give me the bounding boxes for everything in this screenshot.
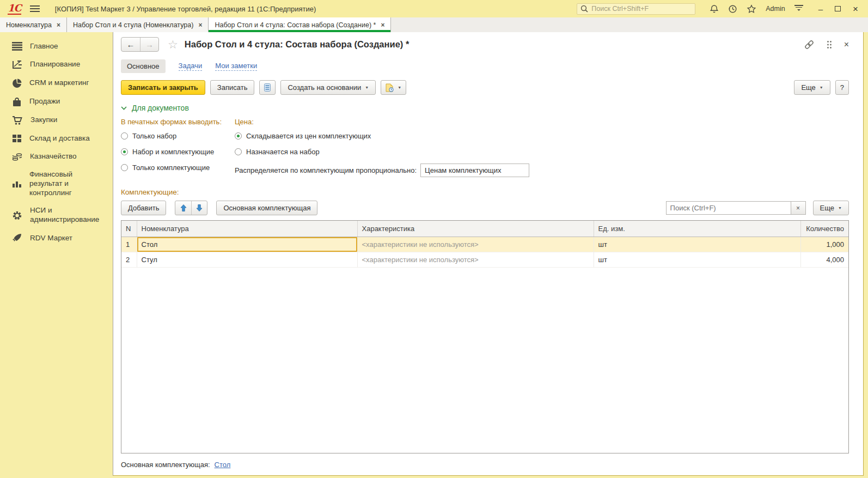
table-more-button[interactable]: Еще▼ (813, 201, 849, 215)
radio-icon (235, 148, 242, 155)
move-up-button[interactable] (175, 201, 191, 215)
maximize-icon[interactable] (835, 6, 841, 11)
tabbar-filler (391, 17, 868, 32)
chevron-down-icon (121, 106, 127, 110)
minimize-icon[interactable]: – (818, 5, 823, 13)
components-table: N Номенклатура Характеристика Ед. изм. К… (121, 220, 849, 453)
help-button[interactable]: ? (835, 80, 849, 95)
tab-sostav-nabora[interactable]: Набор Стол и 4 стула: Состав набора (Соз… (209, 17, 391, 32)
sidebar-item-kaznacheystvo[interactable]: Казначейство (0, 148, 113, 166)
history-icon[interactable] (728, 4, 737, 14)
column-header-qty[interactable]: Количество (800, 221, 848, 237)
cell-nomenclature-active[interactable]: Стол (137, 237, 357, 252)
main-component-button[interactable]: Основная комплектующая (216, 201, 317, 215)
tab-close-icon[interactable]: × (381, 22, 384, 28)
print-forms-label: В печатных формах выводить: (121, 118, 235, 126)
radio-selected-icon (121, 148, 128, 155)
radio-skladyvaetsya-iz-tsen[interactable]: Складывается из цен комплектующих (235, 132, 529, 140)
close-window-icon[interactable]: × (853, 4, 858, 14)
gear-icon (12, 210, 22, 221)
column-header-characteristic[interactable]: Характеристика (357, 221, 594, 237)
report-icon (264, 83, 271, 92)
cell-unit[interactable]: шт (594, 237, 800, 252)
clear-search-icon[interactable]: × (791, 201, 806, 215)
distribute-label: Распределяется по комплектующим пропорци… (235, 166, 417, 174)
section-dlya-dokumentov[interactable]: Для документов (121, 104, 863, 112)
sidebar-item-rdv-market[interactable]: RDV Маркет (0, 229, 113, 247)
report-button[interactable] (259, 80, 276, 95)
main-menu-icon[interactable] (794, 5, 803, 13)
tab-moi-zametki[interactable]: Мои заметки (215, 62, 257, 71)
radio-label: Набор и комплектующие (132, 148, 214, 156)
sidebar-item-zakupki[interactable]: Закупки (0, 111, 113, 130)
coins-icon (12, 152, 22, 161)
radio-tolko-komplektuyushchie[interactable]: Только комплектующие (121, 164, 235, 172)
tab-nabor-card[interactable]: Набор Стол и 4 стула (Номенклатура) × (67, 17, 209, 32)
save-and-close-button[interactable]: Записать и закрыть (121, 80, 205, 95)
tab-osnovnoe[interactable]: Основное (121, 59, 166, 73)
radio-tolko-nabor[interactable]: Только набор (121, 132, 235, 140)
tab-close-icon[interactable]: × (57, 22, 60, 28)
warehouse-boxes-icon (12, 134, 22, 143)
column-header-unit[interactable]: Ед. изм. (594, 221, 800, 237)
cell-characteristic[interactable]: <характеристики не используются> (357, 237, 594, 252)
sidebar-item-glavnoe[interactable]: Главное (0, 38, 113, 56)
button-label: Еще (820, 204, 834, 212)
sidebar-item-nsi[interactable]: НСИ и администрирование (0, 202, 113, 229)
column-header-n[interactable]: N (121, 221, 137, 237)
sidebar-item-label: Склад и доставка (29, 134, 90, 143)
document-clock-button[interactable]: ▼ (381, 80, 406, 95)
user-name[interactable]: Admin (766, 5, 785, 13)
save-button[interactable]: Записать (210, 80, 255, 95)
move-down-button[interactable] (191, 201, 207, 215)
cell-n[interactable]: 2 (121, 252, 137, 268)
shopping-cart-icon (12, 116, 23, 125)
main-component-link[interactable]: Стол (215, 461, 231, 469)
radio-nabor-i-komplektuyushchie[interactable]: Набор и комплектующие (121, 148, 235, 156)
page-title: Набор Стол и 4 стула: Состав набора (Соз… (185, 39, 409, 50)
add-button[interactable]: Добавить (121, 201, 166, 215)
table-row[interactable]: 1 Стол <характеристики не используются> … (121, 237, 848, 252)
favorite-star-icon[interactable]: ☆ (168, 38, 178, 51)
sidebar-item-prodazhi[interactable]: Продажи (0, 93, 113, 111)
tab-close-icon[interactable]: × (198, 22, 202, 28)
sidebar-item-sklad[interactable]: Склад и доставка (0, 130, 113, 148)
back-icon[interactable]: ← (121, 38, 140, 51)
sidebar-item-finrezultat[interactable]: Финансовый результат и контроллинг (0, 166, 113, 202)
hamburger-icon[interactable] (30, 5, 40, 12)
forward-icon[interactable]: → (140, 38, 158, 51)
sidebar-item-crm[interactable]: CRM и маркетинг (0, 74, 113, 93)
cell-nomenclature[interactable]: Стул (137, 252, 357, 268)
create-based-on-button[interactable]: Создать на основании▼ (280, 80, 376, 95)
global-search-input[interactable] (591, 5, 692, 13)
sections-sidebar: Главное Планирование CRM и маркетинг Про… (0, 32, 113, 478)
cell-unit[interactable]: шт (594, 252, 800, 268)
chevron-down-icon: ▼ (398, 86, 401, 89)
radio-naznachaetsya-na-nabor[interactable]: Назначается на набор (235, 148, 529, 156)
bell-icon[interactable] (710, 4, 719, 14)
table-row[interactable]: 2 Стул <характеристики не используются> … (121, 252, 848, 268)
favorites-star-icon[interactable] (747, 4, 756, 14)
column-header-nomenclature[interactable]: Номенклатура (137, 221, 357, 237)
cell-n[interactable]: 1 (121, 237, 137, 252)
global-search[interactable] (577, 3, 695, 15)
form-window: ← → ☆ Набор Стол и 4 стула: Состав набор… (113, 32, 864, 476)
button-label: Добавить (128, 204, 159, 212)
tab-nomenklatura[interactable]: Номенклатура × (0, 17, 67, 32)
close-form-icon[interactable]: × (844, 40, 849, 49)
tab-label: Набор Стол и 4 стула (Номенклатура) (73, 21, 193, 29)
sidebar-item-label: Казначейство (30, 152, 77, 161)
more-button[interactable]: Еще▼ (794, 80, 830, 95)
radio-icon (121, 132, 128, 140)
link-icon[interactable] (804, 39, 815, 50)
cell-qty[interactable]: 4,000 (800, 252, 848, 268)
more-dots-icon[interactable] (827, 40, 832, 49)
cell-characteristic[interactable]: <характеристики не используются> (357, 252, 594, 268)
cell-qty[interactable]: 1,000 (800, 237, 848, 252)
sidebar-item-planirovanie[interactable]: Планирование (0, 56, 113, 74)
tab-zadachi[interactable]: Задачи (179, 62, 203, 71)
distribute-input[interactable] (420, 164, 529, 177)
table-search-input[interactable] (666, 201, 791, 215)
button-label: Записать и закрыть (128, 83, 198, 92)
tab-label: Номенклатура (6, 21, 52, 29)
